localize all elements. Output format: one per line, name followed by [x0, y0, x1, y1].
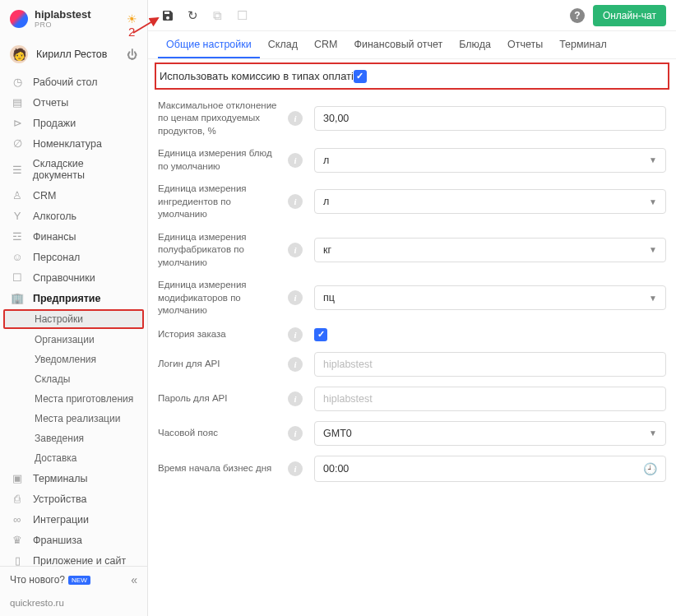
info-icon[interactable]: i [288, 391, 303, 406]
info-icon[interactable]: i [288, 243, 303, 257]
gauge-icon: ◷ [10, 76, 25, 88]
sidebar-item-terminals[interactable]: ▣Терминалы [0, 468, 147, 489]
info-icon[interactable]: i [288, 194, 303, 209]
report-icon: ▤ [10, 96, 25, 109]
sidebar-header: hiplabstest PRO ☀ [0, 0, 147, 37]
building-icon: 🏢 [10, 292, 25, 304]
chevron-down-icon: ▼ [649, 428, 657, 438]
tab-terminal[interactable]: Терминал [551, 31, 615, 58]
app-logo-icon [10, 10, 28, 28]
info-icon[interactable]: i [288, 290, 303, 305]
sidebar-nav: ◷Рабочий стол ▤Отчеты ⊳Продажи ∅Номенкла… [0, 72, 147, 566]
glass-icon: Y [10, 210, 25, 222]
collapse-icon[interactable]: « [131, 573, 137, 586]
sidebar-item-franchise[interactable]: ♛Франшиза [0, 530, 147, 550]
person-icon: ☺ [10, 251, 25, 263]
checkbox-order-history[interactable]: ✓ [314, 328, 327, 341]
refresh-icon[interactable]: ↻ [183, 6, 202, 25]
terminal-icon: ▣ [10, 472, 25, 484]
info-icon[interactable]: i [288, 426, 303, 441]
window-icon[interactable]: ☐ [232, 6, 252, 25]
user-name: Кирилл Рестов [36, 49, 107, 60]
tab-general[interactable]: Общие настройки [158, 31, 260, 58]
sidebar-child-venues[interactable]: Заведения [0, 428, 147, 448]
brand-tier: PRO [35, 21, 91, 29]
input-api-pass[interactable] [314, 387, 666, 411]
tab-dishes[interactable]: Блюда [451, 31, 499, 58]
info-icon[interactable]: i [288, 327, 303, 342]
copy-icon[interactable]: ⧉ [207, 6, 227, 25]
sidebar-item-nomenclature[interactable]: ∅Номенклатура [0, 133, 147, 154]
chevron-down-icon: ▼ [649, 155, 657, 164]
select-unit-dish[interactable]: л▼ [314, 148, 666, 173]
sidebar-child-sale[interactable]: Места реализации [0, 409, 147, 428]
tab-reports[interactable]: Отчеты [499, 31, 551, 58]
select-tz[interactable]: GMT0▼ [314, 421, 666, 446]
label-order-history: История заказа [158, 328, 288, 341]
label-unit-dish: Единица измерения блюд по умолчанию [158, 147, 288, 173]
help-icon[interactable]: ? [570, 8, 585, 23]
sidebar-item-dashboard[interactable]: ◷Рабочий стол [0, 72, 147, 92]
sidebar-child-notifications[interactable]: Уведомления [0, 350, 147, 369]
chevron-down-icon: ▼ [649, 197, 657, 206]
sidebar-item-directories[interactable]: ☐Справочники [0, 267, 147, 288]
sidebar-item-sales[interactable]: ⊳Продажи [0, 113, 147, 133]
label-unit-mod: Единица измерения модификаторов по умолч… [158, 279, 288, 317]
tag-icon: ⊳ [10, 117, 25, 129]
sidebar-item-crm[interactable]: ♙CRM [0, 185, 147, 206]
label-unit-ing: Единица измерения ингредиентов по умолча… [158, 183, 288, 221]
printer-icon: ⎙ [10, 493, 25, 505]
power-icon[interactable]: ⏻ [127, 49, 137, 61]
info-icon[interactable]: i [288, 153, 303, 168]
topbar: ↻ ⧉ ☐ ? Онлайн-чат [148, 0, 676, 31]
info-icon[interactable]: i [288, 357, 303, 372]
sidebar-item-finance[interactable]: ☲Финансы [0, 226, 147, 247]
crm-icon: ♙ [10, 189, 25, 201]
sun-icon[interactable]: ☀ [127, 12, 137, 25]
sidebar-item-warehouse-docs[interactable]: ☰Складские документы [0, 154, 147, 185]
label-api-pass: Пароль для API [158, 392, 288, 405]
info-icon[interactable]: i [288, 461, 303, 476]
tab-crm[interactable]: CRM [306, 31, 345, 58]
info-icon[interactable]: i [288, 111, 303, 126]
tab-warehouse[interactable]: Склад [260, 31, 306, 58]
input-bizday[interactable]: 00:00🕘 [314, 456, 666, 482]
tab-finreport[interactable]: Финансовый отчет [345, 31, 451, 58]
chat-button[interactable]: Онлайн-чат [593, 5, 666, 26]
save-icon[interactable] [158, 6, 178, 25]
docs-icon: ☰ [10, 164, 25, 176]
settings-form: Использовать комиссию в типах оплат i ✓ … [148, 59, 676, 616]
sidebar-item-enterprise[interactable]: 🏢Предприятие [0, 288, 147, 308]
clock-icon: 🕘 [643, 462, 657, 475]
sidebar-item-alcohol[interactable]: YАлкоголь [0, 206, 147, 226]
sidebar-item-personnel[interactable]: ☺Персонал [0, 247, 147, 267]
sidebar-item-integrations[interactable]: ∞Интеграции [0, 509, 147, 530]
sidebar-user: 🧑 Кирилл Рестов ⏻ [0, 37, 147, 72]
label-api-login: Логин для API [158, 358, 288, 371]
link-icon: ∅ [10, 137, 25, 150]
checkbox-commission[interactable]: ✓ [354, 70, 367, 83]
finance-icon: ☲ [10, 230, 25, 243]
highlight-commission: Использовать комиссию в типах оплат i ✓ … [155, 63, 669, 90]
sidebar-child-warehouses[interactable]: Склады [0, 369, 147, 389]
sidebar-bottom-link[interactable]: quickresto.ru [0, 593, 147, 616]
sidebar-item-reports[interactable]: ▤Отчеты [0, 92, 147, 113]
avatar[interactable]: 🧑 [10, 45, 28, 63]
sidebar-child-prep[interactable]: Места приготовления [0, 389, 147, 409]
select-unit-mod[interactable]: пц▼ [314, 285, 666, 310]
select-unit-semi[interactable]: кг▼ [314, 238, 666, 262]
sidebar-child-orgs[interactable]: Организации [0, 330, 147, 350]
sidebar: hiplabstest PRO ☀ 🧑 Кирилл Рестов ⏻ ◷Раб… [0, 0, 148, 616]
chevron-down-icon: ▼ [649, 245, 657, 254]
sidebar-child-delivery[interactable]: Доставка [0, 448, 147, 468]
sidebar-item-devices[interactable]: ⎙Устройства [0, 489, 147, 509]
sidebar-item-app-site[interactable]: ▯Приложение и сайт [0, 550, 147, 566]
sidebar-child-settings[interactable]: Настройки [3, 309, 144, 329]
sidebar-footer[interactable]: Что нового? NEW « [0, 566, 147, 593]
input-api-login[interactable] [314, 352, 666, 377]
new-badge: NEW [68, 576, 90, 585]
book-icon: ☐ [10, 271, 25, 284]
chevron-down-icon: ▼ [649, 294, 657, 303]
input-max-dev[interactable] [314, 106, 666, 131]
select-unit-ing[interactable]: л▼ [314, 189, 666, 214]
